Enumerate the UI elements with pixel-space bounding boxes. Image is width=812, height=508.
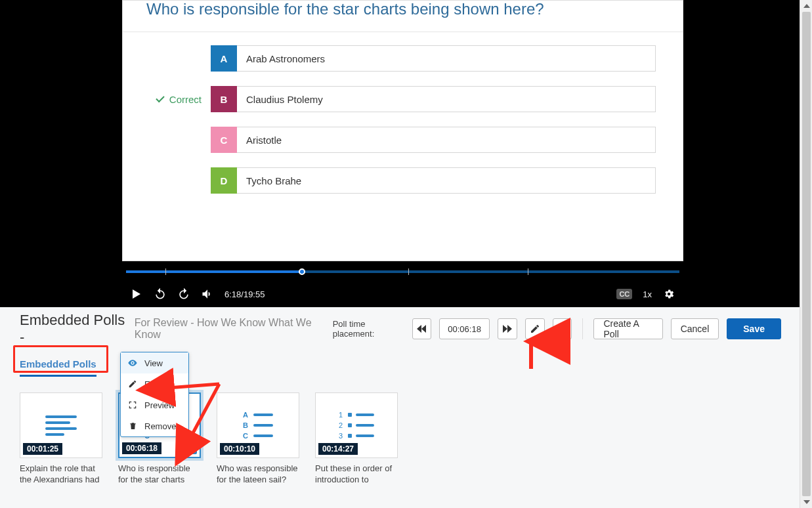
option-letter-d[interactable]: D — [211, 167, 237, 194]
page-title: Embedded Polls - — [20, 312, 129, 346]
seek-marker-2[interactable] — [408, 268, 409, 275]
scroll-down-button[interactable] — [800, 496, 812, 508]
delete-poll-button[interactable] — [553, 318, 572, 339]
answer-row-a: A Arab Astronomers — [146, 45, 683, 72]
edit-poll-button[interactable] — [525, 318, 545, 339]
play-button[interactable] — [130, 287, 143, 301]
mc-poll-icon: A B C — [243, 408, 273, 442]
poll-overlay: Who is responsible for the star charts b… — [122, 0, 683, 261]
option-letter-c[interactable]: C — [211, 127, 237, 153]
poll-question: Who is responsible for the star charts b… — [123, 0, 683, 32]
scroll-thumb[interactable] — [802, 12, 811, 496]
play-icon — [133, 289, 140, 299]
skip-back-icon — [154, 287, 167, 301]
text-poll-icon — [45, 412, 77, 439]
seek-forward-button[interactable] — [498, 318, 517, 339]
pencil-icon — [127, 379, 138, 389]
playback-speed[interactable]: 1x — [643, 289, 652, 299]
poll-thumb-4[interactable]: 1 2 3 00:14:27 — [315, 392, 398, 458]
option-letter-b[interactable]: B — [211, 86, 237, 112]
menu-remove-label: Remove — [144, 421, 176, 431]
timestamp-badge: 00:14:27 — [318, 443, 358, 455]
timestamp-badge: 00:10:10 — [220, 443, 259, 455]
trash-icon — [127, 421, 138, 431]
page-scrollbar[interactable] — [800, 0, 812, 508]
editor-header: Embedded Polls - For Review - How We Kno… — [0, 307, 800, 350]
volume-button[interactable] — [201, 287, 214, 301]
skip-back-button[interactable] — [154, 287, 167, 301]
poll-answers: A Arab Astronomers Correct B Claudius Pt… — [123, 32, 683, 194]
answer-row-d: D Tycho Brahe — [146, 167, 683, 194]
correct-indicator: Correct — [146, 94, 211, 105]
eye-icon — [127, 358, 138, 368]
timestamp-badge: 00:06:18 — [122, 442, 161, 454]
settings-button[interactable] — [662, 287, 675, 301]
correct-label: Correct — [169, 94, 202, 105]
answer-row-c: C Aristotle — [146, 127, 683, 153]
poll-caption-3: Who was responsible for the lateen sail? — [217, 463, 299, 486]
chevron-up-icon — [803, 4, 810, 8]
option-text-c[interactable]: Aristotle — [237, 127, 656, 153]
card-context-menu: View Edit Preview Remove — [120, 352, 189, 437]
poll-card-3: A B C 00:10:10 Who was responsible for t… — [217, 392, 299, 486]
order-poll-icon: 1 2 3 — [339, 408, 374, 442]
seek-bar[interactable] — [122, 261, 683, 281]
poll-caption-4: Put these in order of introduction to — [315, 463, 398, 486]
check-icon — [156, 95, 165, 104]
editor-panel: Embedded Polls - For Review - How We Kno… — [0, 307, 800, 508]
separator — [582, 318, 583, 339]
player-controls: 6:18/19:55 CC 1x — [122, 281, 683, 307]
option-text-a[interactable]: Arab Astronomers — [237, 45, 656, 72]
save-button[interactable]: Save — [727, 318, 781, 339]
seek-back-button[interactable] — [412, 318, 432, 339]
poll-caption-1: Explain the role that the Alexandrians h… — [20, 463, 102, 486]
menu-edit[interactable]: Edit — [121, 373, 188, 394]
expand-icon — [127, 400, 138, 410]
tab-embedded-polls[interactable]: Embedded Polls — [20, 358, 96, 377]
seek-knob[interactable] — [299, 268, 305, 275]
create-poll-button[interactable]: Create A Poll — [593, 318, 662, 339]
cc-button[interactable]: CC — [616, 289, 632, 299]
volume-icon — [201, 287, 214, 301]
option-text-d[interactable]: Tycho Brahe — [237, 167, 656, 194]
poll-card-1: 00:01:25 Explain the role that the Alexa… — [20, 392, 102, 486]
pencil-icon — [530, 324, 540, 334]
timestamp-badge: 00:01:25 — [23, 443, 62, 455]
menu-remove[interactable]: Remove — [121, 415, 188, 436]
menu-edit-label: Edit — [144, 379, 159, 389]
time-display: 6:18/19:55 — [224, 289, 265, 299]
poll-caption-2: Who is responsible for the star charts — [118, 463, 201, 486]
seek-marker-3[interactable] — [528, 268, 528, 275]
video-area: Who is responsible for the star charts b… — [0, 0, 800, 307]
seek-forward-icon — [503, 325, 512, 333]
seek-track[interactable] — [126, 270, 679, 273]
poll-thumb-3[interactable]: A B C 00:10:10 — [217, 392, 299, 458]
skip-forward-button[interactable] — [177, 287, 190, 301]
menu-view-label: View — [144, 358, 163, 368]
card-more-button[interactable]: ⋯ — [184, 441, 197, 454]
menu-view[interactable]: View — [121, 352, 188, 373]
chevron-down-icon — [803, 500, 810, 504]
answer-row-b: Correct B Claudius Ptolemy — [146, 86, 683, 112]
cancel-button[interactable]: Cancel — [671, 318, 719, 339]
menu-preview[interactable]: Preview — [121, 394, 188, 415]
menu-preview-label: Preview — [144, 400, 175, 410]
seek-back-icon — [417, 325, 426, 333]
header-actions: Poll time placement: 00:06:18 Create A P… — [333, 318, 781, 339]
time-placement-label: Poll time placement: — [333, 319, 404, 339]
poll-card-4: 1 2 3 00:14:27 Put these in order of int… — [315, 392, 398, 486]
seek-progress — [126, 270, 301, 273]
poll-thumb-1[interactable]: 00:01:25 — [20, 392, 102, 458]
seek-marker-1[interactable] — [165, 268, 166, 275]
page-subtitle: For Review - How We Know What We Know — [135, 317, 333, 341]
scroll-up-button[interactable] — [800, 0, 812, 12]
option-text-b[interactable]: Claudius Ptolemy — [237, 86, 656, 112]
trash-icon — [558, 324, 567, 334]
skip-forward-icon — [177, 287, 190, 301]
time-placement-input[interactable]: 00:06:18 — [439, 318, 489, 339]
option-letter-a[interactable]: A — [211, 45, 237, 72]
gear-icon — [663, 288, 675, 300]
